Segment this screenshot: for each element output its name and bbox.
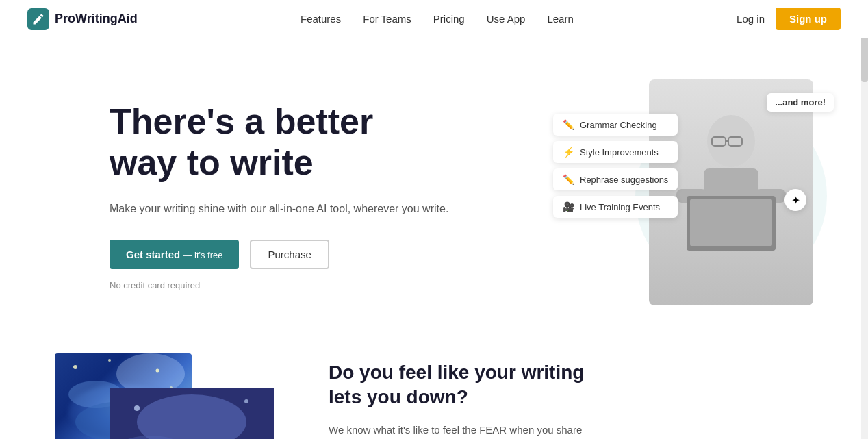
svg-point-12 — [73, 365, 77, 369]
feature-card-rephrase: ✏️ Rephrase suggestions — [553, 168, 678, 190]
nav-features[interactable]: Features — [301, 13, 341, 25]
more-badge: ...and more! — [767, 93, 834, 112]
nav-links: Features For Teams Pricing Use App Learn — [301, 13, 574, 25]
nav-pricing[interactable]: Pricing — [433, 13, 465, 25]
hero-right: ✏️ Grammar Checking ⚡ Style Improvements… — [553, 79, 841, 312]
navbar: ProWritingAid Features For Teams Pricing… — [0, 0, 868, 38]
hero-section: There's a better way to write Make your … — [0, 38, 868, 340]
logo-text: ProWritingAid — [55, 12, 138, 26]
scrollbar[interactable] — [861, 0, 868, 439]
login-link[interactable]: Log in — [737, 13, 765, 25]
second-body: We know what it's like to feel the FEAR … — [329, 421, 616, 439]
svg-rect-8 — [690, 199, 772, 246]
feature-card-style: ⚡ Style Improvements — [553, 141, 678, 163]
hero-note: No credit card required — [110, 280, 448, 290]
signup-button[interactable]: Sign up — [776, 8, 841, 30]
svg-point-13 — [108, 359, 111, 362]
svg-point-21 — [244, 399, 248, 403]
art2-svg — [110, 388, 274, 439]
nav-for-teams[interactable]: For Teams — [363, 13, 411, 25]
svg-point-0 — [707, 115, 755, 167]
hero-subtitle: Make your writing shine with our all-in-… — [110, 200, 448, 218]
get-started-button[interactable]: Get started — it's free — [110, 240, 239, 269]
second-text: Do you feel like your writing lets you d… — [329, 353, 616, 439]
training-icon: 🎥 — [563, 201, 574, 212]
logo-svg — [31, 12, 45, 26]
nav-actions: Log in Sign up — [737, 8, 841, 30]
purchase-button[interactable]: Purchase — [250, 240, 329, 269]
hero-buttons: Get started — it's free Purchase — [110, 240, 448, 269]
hero-title: There's a better way to write — [110, 101, 448, 184]
svg-point-14 — [156, 369, 159, 373]
sparkle-icon: ✦ — [784, 189, 806, 211]
second-title: Do you feel like your writing lets you d… — [329, 360, 616, 410]
nav-use-app[interactable]: Use App — [487, 13, 526, 25]
hero-illustration: ✏️ Grammar Checking ⚡ Style Improvements… — [553, 79, 841, 312]
feature-cards: ✏️ Grammar Checking ⚡ Style Improvements… — [553, 114, 678, 218]
hero-left: There's a better way to write Make your … — [110, 101, 448, 290]
logo-link[interactable]: ProWritingAid — [27, 8, 138, 30]
feature-card-grammar: ✏️ Grammar Checking — [553, 114, 678, 136]
svg-point-20 — [134, 405, 140, 411]
nav-learn[interactable]: Learn — [547, 13, 573, 25]
feature-card-training: 🎥 Live Training Events — [553, 196, 678, 218]
art-collage: My idea in my head — [55, 353, 288, 439]
second-section: My idea in my head Do you feel like your… — [0, 340, 868, 439]
grammar-icon: ✏️ — [563, 119, 574, 130]
style-icon: ⚡ — [563, 147, 574, 158]
logo-icon — [27, 8, 49, 30]
art-image-2 — [110, 388, 274, 439]
rephrase-icon: ✏️ — [563, 174, 574, 185]
person-svg — [663, 100, 800, 305]
